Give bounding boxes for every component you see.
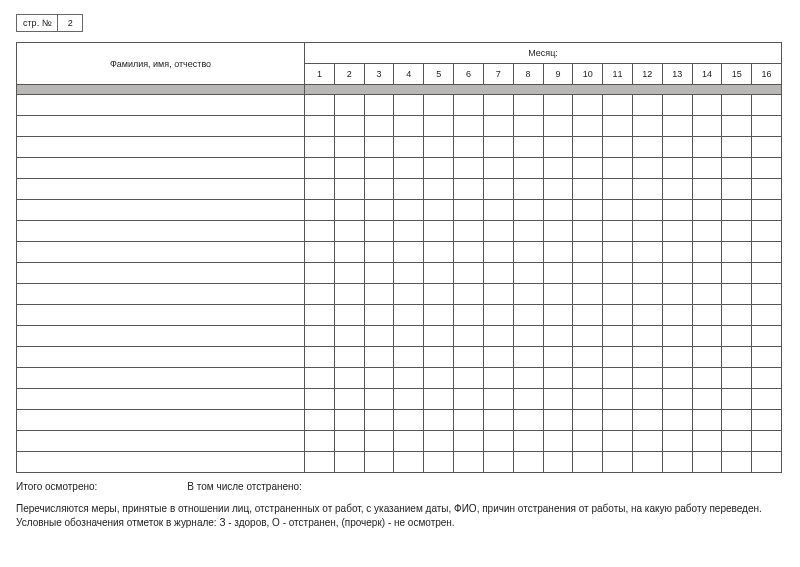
cell-day: [394, 431, 424, 452]
cell-day: [543, 137, 573, 158]
cell-day: [543, 389, 573, 410]
cell-day: [513, 389, 543, 410]
header-day-1: 1: [305, 64, 335, 85]
cell-day: [364, 200, 394, 221]
cell-day: [334, 221, 364, 242]
cell-day: [334, 116, 364, 137]
cell-day: [603, 410, 633, 431]
cell-day: [483, 347, 513, 368]
cell-day: [334, 263, 364, 284]
cell-day: [722, 410, 752, 431]
cell-day: [722, 137, 752, 158]
cell-day: [454, 263, 484, 284]
separator-row: [17, 85, 782, 95]
cell-day: [513, 347, 543, 368]
cell-day: [483, 326, 513, 347]
cell-day: [424, 137, 454, 158]
cell-day: [603, 347, 633, 368]
cell-day: [483, 179, 513, 200]
cell-day: [483, 305, 513, 326]
cell-day: [364, 452, 394, 473]
cell-name: [17, 389, 305, 410]
cell-day: [394, 452, 424, 473]
cell-day: [483, 158, 513, 179]
cell-day: [543, 179, 573, 200]
cell-day: [394, 116, 424, 137]
cell-day: [424, 95, 454, 116]
cell-day: [692, 221, 722, 242]
cell-day: [573, 389, 603, 410]
cell-day: [662, 221, 692, 242]
cell-day: [454, 116, 484, 137]
cell-day: [662, 368, 692, 389]
cell-day: [662, 305, 692, 326]
cell-day: [573, 263, 603, 284]
cell-day: [513, 452, 543, 473]
cell-day: [364, 221, 394, 242]
cell-day: [603, 326, 633, 347]
cell-day: [573, 284, 603, 305]
cell-day: [364, 368, 394, 389]
footnote: Перечисляются меры, принятые в отношении…: [16, 502, 782, 529]
cell-day: [722, 95, 752, 116]
cell-day: [394, 284, 424, 305]
cell-day: [632, 116, 662, 137]
table-row: [17, 116, 782, 137]
cell-day: [543, 116, 573, 137]
cell-day: [513, 410, 543, 431]
page-number-value: 2: [58, 15, 82, 31]
cell-day: [543, 284, 573, 305]
cell-day: [632, 137, 662, 158]
header-day-13: 13: [662, 64, 692, 85]
cell-day: [573, 221, 603, 242]
header-day-11: 11: [603, 64, 633, 85]
cell-day: [752, 116, 782, 137]
table-body: [17, 85, 782, 473]
cell-day: [364, 284, 394, 305]
cell-day: [603, 305, 633, 326]
cell-day: [573, 410, 603, 431]
cell-day: [424, 158, 454, 179]
header-day-7: 7: [483, 64, 513, 85]
cell-day: [662, 326, 692, 347]
cell-day: [454, 95, 484, 116]
cell-day: [543, 305, 573, 326]
header-day-2: 2: [334, 64, 364, 85]
table-row: [17, 95, 782, 116]
cell-day: [543, 95, 573, 116]
header-day-14: 14: [692, 64, 722, 85]
table-row: [17, 200, 782, 221]
cell-day: [364, 431, 394, 452]
cell-day: [483, 368, 513, 389]
cell-day: [513, 368, 543, 389]
cell-day: [364, 137, 394, 158]
cell-name: [17, 431, 305, 452]
cell-day: [394, 389, 424, 410]
cell-day: [632, 221, 662, 242]
cell-day: [722, 389, 752, 410]
cell-day: [632, 179, 662, 200]
cell-day: [573, 242, 603, 263]
cell-day: [752, 389, 782, 410]
cell-day: [424, 452, 454, 473]
cell-day: [513, 158, 543, 179]
header-day-8: 8: [513, 64, 543, 85]
cell-day: [483, 431, 513, 452]
cell-day: [424, 347, 454, 368]
cell-day: [394, 179, 424, 200]
cell-day: [692, 452, 722, 473]
cell-day: [424, 179, 454, 200]
table-row: [17, 410, 782, 431]
cell-day: [632, 347, 662, 368]
cell-day: [364, 347, 394, 368]
cell-day: [394, 326, 424, 347]
cell-day: [603, 200, 633, 221]
cell-day: [632, 326, 662, 347]
cell-day: [364, 95, 394, 116]
cell-day: [454, 368, 484, 389]
cell-day: [573, 305, 603, 326]
cell-day: [752, 200, 782, 221]
cell-day: [394, 221, 424, 242]
cell-day: [513, 116, 543, 137]
cell-day: [603, 389, 633, 410]
